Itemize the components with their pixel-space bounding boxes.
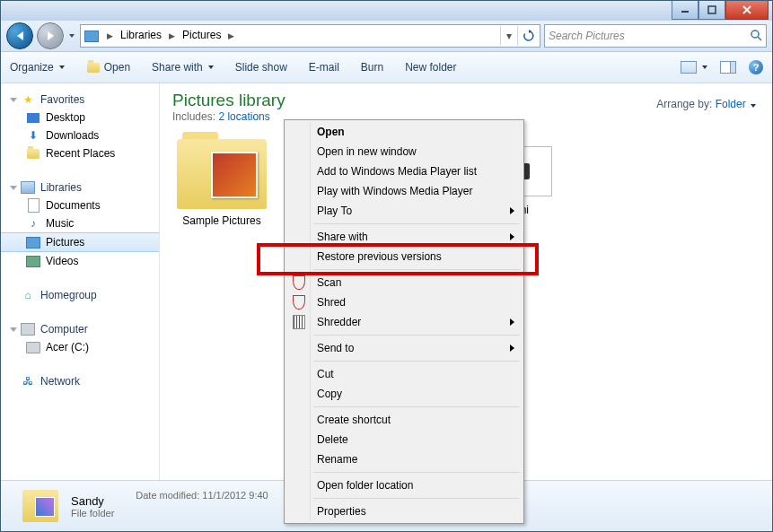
locations-link[interactable]: 2 locations [218,110,269,123]
ctx-cut[interactable]: Cut [286,364,522,384]
separator [313,269,520,270]
preview-pane-button[interactable] [720,61,736,74]
ctx-open[interactable]: Open [286,122,522,142]
sidebar-item-recent[interactable]: Recent Places [1,144,159,162]
navigation-pane: ★Favorites Desktop ⬇Downloads Recent Pla… [1,83,160,482]
star-icon: ★ [21,92,35,107]
music-icon: ♪ [26,216,40,231]
chevron-icon[interactable]: ▶ [164,31,180,40]
chevron-icon[interactable]: ▶ [102,31,118,40]
ctx-delete[interactable]: Delete [286,430,522,449]
folder-open-icon [86,60,101,74]
organize-menu[interactable]: Organize [10,61,65,74]
documents-icon [26,198,40,213]
details-type: File folder [71,508,114,519]
ctx-open-folder-location[interactable]: Open folder location [286,475,522,495]
libraries-group[interactable]: Libraries [1,179,159,196]
desktop-icon [26,110,40,125]
details-thumbnail [22,490,58,522]
burn-button[interactable]: Burn [361,61,383,74]
downloads-icon: ⬇ [26,128,40,143]
view-icon [681,61,697,74]
sidebar-item-videos[interactable]: Videos [1,252,159,270]
separator [313,335,520,336]
expand-icon [10,327,17,332]
recent-icon [26,146,40,161]
sidebar-item-acer-c[interactable]: Acer (C:) [1,338,159,356]
slideshow-button[interactable]: Slide show [235,61,287,74]
videos-icon [26,254,40,268]
context-menu: Open Open in new window Add to Windows M… [284,119,524,524]
ctx-shredder[interactable]: Shredder [286,312,522,332]
command-bar: Organize Open Share with Slide show E-ma… [1,52,772,83]
breadcrumb-libraries[interactable]: Libraries [118,25,164,47]
network-label: Network [40,375,80,388]
expand-icon [10,186,17,190]
sidebar-item-downloads[interactable]: ⬇Downloads [1,126,159,144]
separator [313,406,520,407]
share-with-menu[interactable]: Share with [152,61,214,74]
separator [313,223,520,224]
separator [313,472,520,473]
network-icon: 🖧 [21,374,35,388]
ctx-shred[interactable]: Shred [286,292,522,312]
address-bar[interactable]: ▶ Libraries ▶ Pictures ▶ ▾ [80,24,540,48]
ctx-share-with[interactable]: Share with [286,227,522,247]
search-input[interactable]: Search Pictures [544,24,767,48]
ctx-properties[interactable]: Properties [286,501,522,521]
pictures-icon [26,235,40,249]
chevron-down-icon [751,104,756,108]
ctx-copy[interactable]: Copy [286,384,522,404]
sidebar-item-pictures[interactable]: Pictures [1,232,159,252]
pane-icon [720,61,736,74]
svg-line-3 [758,37,761,40]
new-folder-button[interactable]: New folder [405,61,456,74]
email-button[interactable]: E-mail [309,61,339,74]
refresh-button[interactable] [517,26,540,46]
navigation-bar: ▶ Libraries ▶ Pictures ▶ ▾ Search Pictur… [1,21,772,52]
ctx-create-shortcut[interactable]: Create shortcut [286,410,522,430]
arrange-by[interactable]: Arrange by: Folder [656,98,756,110]
history-dropdown[interactable] [67,23,76,48]
separator [313,498,520,499]
close-button[interactable] [725,1,769,20]
ctx-play-to[interactable]: Play To [286,201,522,221]
ctx-add-wmp-list[interactable]: Add to Windows Media Player list [286,161,522,181]
computer-label: Computer [40,323,88,336]
shield-icon [292,275,306,290]
help-button[interactable]: ? [749,60,763,74]
sidebar-item-documents[interactable]: Documents [1,196,159,214]
svg-rect-1 [708,6,716,13]
ctx-rename[interactable]: Rename [286,449,522,469]
open-button[interactable]: Open [86,60,130,74]
forward-button[interactable] [37,22,64,49]
sidebar-item-desktop[interactable]: Desktop [1,109,159,126]
shredder-icon [292,315,306,329]
ctx-play-wmp[interactable]: Play with Windows Media Player [286,181,522,201]
address-dropdown[interactable]: ▾ [500,26,517,46]
homegroup-icon: ⌂ [21,288,35,302]
network-item[interactable]: 🖧Network [1,372,159,390]
homegroup-label: Homegroup [40,289,97,301]
ctx-scan[interactable]: Scan [286,273,522,292]
ctx-send-to[interactable]: Send to [286,338,522,358]
item-label: Sample Pictures [172,214,271,227]
ctx-open-new-window[interactable]: Open in new window [286,142,522,161]
separator [313,361,520,362]
chevron-icon[interactable]: ▶ [224,31,239,40]
details-date-modified: Date modified: 11/1/2012 9:40 [136,490,268,501]
ctx-restore-previous-versions[interactable]: Restore previous versions [286,247,522,266]
search-icon [750,29,762,44]
sidebar-item-music[interactable]: ♪Music [1,214,159,232]
favorites-group[interactable]: ★Favorites [1,91,159,109]
folder-thumbnail [177,139,267,209]
maximize-button[interactable] [698,1,725,20]
folder-item-sample-pictures[interactable]: Sample Pictures [172,139,271,227]
breadcrumb-pictures[interactable]: Pictures [180,25,224,47]
computer-group[interactable]: Computer [1,320,159,338]
view-options-button[interactable] [681,61,707,74]
submenu-arrow-icon [510,233,514,240]
minimize-button[interactable] [672,1,698,20]
back-button[interactable] [6,22,33,49]
homegroup-item[interactable]: ⌂Homegroup [1,286,159,304]
